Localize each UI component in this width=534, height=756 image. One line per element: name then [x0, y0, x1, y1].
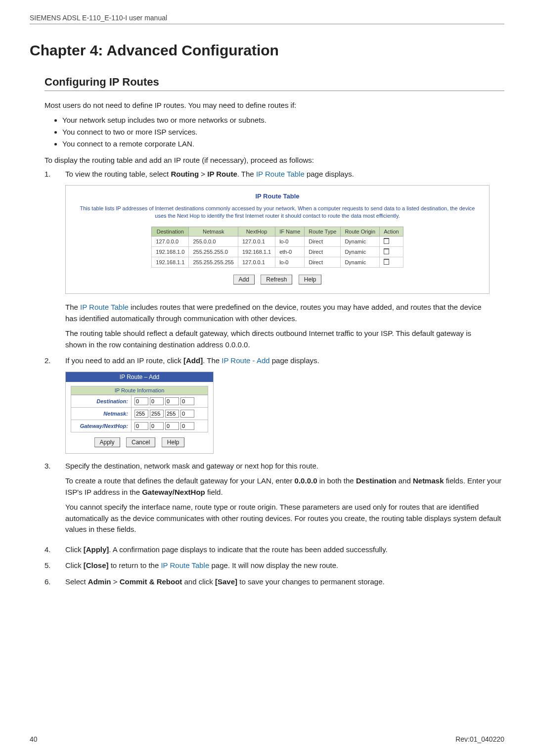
step-text: Specify the destination, network mask an… — [65, 461, 504, 539]
table-row: Netmask: — [71, 407, 208, 420]
lead-in-text: To display the routing table and add an … — [44, 155, 504, 166]
chapter-title: Chapter 4: Advanced Configuration — [30, 42, 504, 59]
destination-field[interactable] — [180, 397, 194, 405]
cancel-button[interactable]: Cancel — [126, 437, 155, 447]
col-header: Netmask — [189, 227, 238, 236]
page-number: 40 — [30, 735, 38, 743]
netmask-field[interactable] — [165, 410, 179, 418]
destination-field[interactable] — [150, 397, 164, 405]
gateway-label: Gateway/NextHop: — [71, 420, 132, 432]
paragraph: The routing table should reflect a defau… — [65, 328, 490, 350]
revision-label: Rev:01_040220 — [455, 735, 504, 743]
list-item: Your network setup includes two or more … — [62, 114, 504, 126]
destination-field[interactable] — [165, 397, 179, 405]
table-row: 192.168.1.0255.255.255.0192.168.1.1eth-0… — [152, 247, 403, 257]
step-number: 1. — [44, 169, 54, 180]
paragraph: The IP Route Table includes routes that … — [65, 302, 490, 324]
figure-title: IP Route – Add — [66, 372, 213, 382]
step-text: If you need to add an IP route, click [A… — [65, 355, 504, 367]
destination-label: Destination: — [71, 395, 132, 407]
figure-title: IP Route Table — [75, 192, 480, 200]
col-header: NextHop — [238, 227, 275, 236]
trash-icon[interactable] — [384, 238, 389, 244]
figure-description: This table lists IP addresses of Interne… — [78, 205, 477, 220]
help-button[interactable]: Help — [162, 437, 185, 447]
step-number: 2. — [44, 355, 54, 367]
intro-text: Most users do not need to define IP rout… — [44, 100, 504, 111]
gateway-field[interactable] — [150, 422, 164, 430]
netmask-field[interactable] — [150, 410, 164, 418]
col-header: Route Type — [305, 227, 341, 236]
page-footer: 40 Rev:01_040220 — [30, 735, 504, 743]
step-text: Select Admin > Commit & Reboot and click… — [65, 576, 504, 588]
list-item: You connect to two or more ISP services. — [62, 126, 504, 138]
gateway-field[interactable] — [165, 422, 179, 430]
netmask-label: Netmask: — [71, 407, 132, 420]
col-header[interactable]: Destination — [152, 227, 189, 236]
gateway-field[interactable] — [180, 422, 194, 430]
apply-button[interactable]: Apply — [94, 437, 120, 447]
table-row: 127.0.0.0255.0.0.0127.0.0.1lo-0DirectDyn… — [152, 236, 403, 247]
step-number: 6. — [44, 576, 54, 588]
ip-route-add-figure: IP Route – Add IP Route Information Dest… — [65, 372, 214, 454]
netmask-field[interactable] — [134, 410, 148, 418]
col-header: Action — [380, 227, 403, 236]
col-header: Route Origin — [341, 227, 380, 236]
step-number: 4. — [44, 544, 54, 556]
step-text: Click [Close] to return to the IP Route … — [65, 560, 504, 571]
gateway-field[interactable] — [134, 422, 148, 430]
table-row: Destination: — [71, 395, 208, 407]
ip-route-table-figure: IP Route Table This table lists IP addre… — [65, 185, 490, 294]
section-title: Configuring IP Routes — [44, 76, 504, 91]
trash-icon[interactable] — [384, 248, 389, 254]
step-number: 3. — [44, 461, 54, 539]
step-text: To view the routing table, select Routin… — [65, 169, 504, 180]
trash-icon[interactable] — [384, 259, 389, 265]
add-button[interactable]: Add — [233, 275, 255, 284]
col-header: IF Name — [275, 227, 305, 236]
bullet-list: Your network setup includes two or more … — [62, 114, 504, 150]
netmask-field[interactable] — [180, 410, 194, 418]
help-button[interactable]: Help — [299, 275, 322, 284]
list-item: You connect to a remote corporate LAN. — [62, 138, 504, 150]
figure-subtitle: IP Route Information — [71, 386, 208, 395]
table-row: Gateway/NextHop: — [71, 420, 208, 432]
running-header: SIEMENS ADSL E-110_E-110-I user manual — [30, 14, 504, 24]
refresh-button[interactable]: Refresh — [261, 275, 292, 284]
table-row: 192.168.1.1255.255.255.255127.0.0.1lo-0D… — [152, 257, 403, 268]
route-table: Destination Netmask NextHop IF Name Rout… — [151, 227, 403, 268]
step-text: Click [Apply]. A confirmation page displ… — [65, 544, 504, 556]
destination-field[interactable] — [134, 397, 148, 405]
step-number: 5. — [44, 560, 54, 571]
